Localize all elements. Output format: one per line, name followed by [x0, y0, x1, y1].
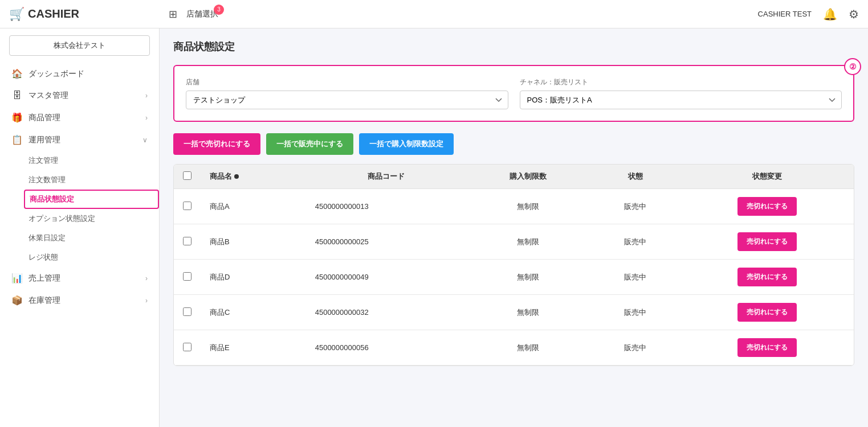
store-filter-group: 店舗 テストショップ: [186, 77, 508, 109]
sidebar-item-operation[interactable]: 📋 運用管理 ∨: [0, 129, 159, 151]
bulk-purchase-limit-button[interactable]: 一括で購入制限数設定: [359, 133, 454, 155]
row-status: 販売中: [590, 189, 680, 224]
sidebar-label-holiday: 休業日設定: [28, 233, 66, 242]
sidebar-label-inventory: 在庫管理: [28, 295, 60, 306]
sidebar-label-master: マスタ管理: [28, 91, 68, 101]
sidebar-item-product-status[interactable]: 商品状態設定: [24, 190, 159, 209]
sold-out-button-1[interactable]: 売切れにする: [737, 232, 797, 251]
table-header-row: 商品名 商品コード 購入制限数 状態 状態変更: [174, 165, 854, 189]
row-checkbox-4[interactable]: [183, 343, 191, 351]
row-checkbox-cell: [174, 295, 201, 330]
row-checkbox-0[interactable]: [183, 202, 191, 210]
logo: 🛒 CASHIER: [9, 7, 169, 22]
company-name: 株式会社テスト: [9, 35, 150, 56]
sidebar-item-master[interactable]: 🗄 マスタ管理 ›: [0, 85, 159, 106]
logo-text: CASHIER: [28, 7, 79, 20]
dot-indicator: [234, 174, 239, 179]
layout: 株式会社テスト 🏠 ダッシュボード 🗄 マスタ管理 › 🎁 商品管理 › 📋 運…: [0, 28, 868, 427]
table-row: 商品C 4500000000032 無制限 販売中 売切れにする: [174, 295, 854, 330]
row-checkbox-cell: [174, 330, 201, 366]
row-action-cell: 売切れにする: [680, 330, 854, 366]
store-badge: 3: [214, 5, 224, 15]
table-row: 商品B 4500000000025 無制限 販売中 売切れにする: [174, 224, 854, 260]
sidebar-item-product[interactable]: 🎁 商品管理 ›: [0, 106, 159, 129]
row-action-cell: 売切れにする: [680, 224, 854, 260]
row-product-code: 4500000000056: [306, 330, 467, 366]
sidebar-item-sales[interactable]: 📊 売上管理 ›: [0, 267, 159, 289]
row-product-name: 商品E: [201, 330, 306, 366]
sidebar-label-register-status: レジ状態: [28, 253, 58, 261]
sidebar-item-order-count[interactable]: 注文数管理: [28, 170, 159, 190]
sold-out-button-0[interactable]: 売切れにする: [737, 197, 797, 216]
chevron-down-icon: ∨: [142, 136, 148, 144]
row-product-code: 4500000000049: [306, 260, 467, 295]
sidebar-label-operation: 運用管理: [28, 135, 60, 145]
sidebar-label-order-count: 注文数管理: [28, 175, 66, 184]
store-select-button[interactable]: 店舗選択 3: [186, 9, 218, 19]
sidebar-item-register-status[interactable]: レジ状態: [28, 248, 159, 267]
sidebar-item-holiday[interactable]: 休業日設定: [28, 228, 159, 248]
row-checkbox-1[interactable]: [183, 237, 191, 245]
row-purchase-limit: 無制限: [466, 224, 590, 260]
chevron-right-icon: ›: [145, 92, 148, 100]
gift-icon: 🎁: [11, 112, 23, 123]
sold-out-button-3[interactable]: 売切れにする: [737, 303, 797, 322]
sidebar-item-order[interactable]: 注文管理: [28, 151, 159, 170]
header-product-name: 商品名: [201, 165, 306, 189]
table-row: 商品A 4500000000013 無制限 販売中 売切れにする: [174, 189, 854, 224]
row-checkbox-2[interactable]: [183, 272, 191, 281]
store-select[interactable]: テストショップ: [186, 91, 508, 109]
home-icon: 🏠: [11, 68, 23, 79]
sidebar-label-product: 商品管理: [28, 113, 60, 123]
chevron-right-icon-2: ›: [145, 114, 148, 122]
chart-icon: 📊: [11, 273, 23, 284]
row-checkbox-3[interactable]: [183, 307, 191, 316]
chevron-right-icon-4: ›: [145, 297, 148, 305]
header-status-change: 状態変更: [680, 165, 854, 189]
store-filter-label: 店舗: [186, 77, 508, 87]
row-status: 販売中: [590, 260, 680, 295]
row-purchase-limit: 無制限: [466, 295, 590, 330]
header-product-code: 商品コード: [306, 165, 467, 189]
row-product-name: 商品C: [201, 295, 306, 330]
sidebar-item-option-status[interactable]: オプション状態設定: [28, 209, 159, 228]
cart-icon: 🛒: [9, 7, 25, 22]
sidebar-label-product-status: 商品状態設定: [30, 195, 74, 203]
table: 商品名 商品コード 購入制限数 状態 状態変更 商品A 450000000001…: [174, 165, 854, 366]
row-product-name: 商品A: [201, 189, 306, 224]
row-checkbox-cell: [174, 260, 201, 295]
sidebar-item-inventory[interactable]: 📦 在庫管理 ›: [0, 289, 159, 311]
sold-out-button-4[interactable]: 売切れにする: [737, 338, 797, 357]
header-user: CASHIER TEST: [758, 10, 812, 18]
database-icon: 🗄: [11, 91, 23, 101]
row-checkbox-cell: [174, 224, 201, 260]
main-content: 商品状態設定 ② 店舗 テストショップ チャネル：販売リスト POS：販売リスト…: [160, 28, 868, 427]
sidebar-label-dashboard: ダッシュボード: [28, 69, 84, 79]
bulk-sold-out-button[interactable]: 一括で売切れにする: [173, 133, 260, 155]
sidebar-item-dashboard[interactable]: 🏠 ダッシュボード: [0, 63, 159, 85]
product-table: 商品名 商品コード 購入制限数 状態 状態変更 商品A 450000000001…: [173, 164, 854, 366]
gear-icon[interactable]: ⚙: [849, 7, 859, 21]
channel-filter-label: チャネル：販売リスト: [520, 77, 842, 87]
row-status: 販売中: [590, 224, 680, 260]
row-product-name: 商品D: [201, 260, 306, 295]
channel-select[interactable]: POS：販売リストA: [520, 91, 842, 109]
table-row: 商品E 4500000000056 無制限 販売中 売切れにする: [174, 330, 854, 366]
action-row: 一括で売切れにする 一括で販売中にする 一括で購入制限数設定: [173, 133, 854, 155]
box-icon: 📦: [11, 295, 23, 306]
row-action-cell: 売切れにする: [680, 189, 854, 224]
sold-out-button-2[interactable]: 売切れにする: [737, 268, 797, 286]
header-purchase-limit: 購入制限数: [466, 165, 590, 189]
clipboard-icon: 📋: [11, 134, 23, 145]
row-product-code: 4500000000025: [306, 224, 467, 260]
page-title: 商品状態設定: [173, 40, 854, 54]
row-purchase-limit: 無制限: [466, 330, 590, 366]
bulk-on-sale-button[interactable]: 一括で販売中にする: [266, 133, 353, 155]
header: 🛒 CASHIER ⊞ 店舗選択 3 CASHIER TEST 🔔 ⚙: [0, 0, 868, 28]
row-product-name: 商品B: [201, 224, 306, 260]
grid-icon[interactable]: ⊞: [169, 8, 177, 20]
select-all-checkbox[interactable]: [183, 171, 191, 180]
header-checkbox-cell: [174, 165, 201, 189]
row-product-code: 4500000000032: [306, 295, 467, 330]
bell-icon[interactable]: 🔔: [823, 7, 837, 21]
